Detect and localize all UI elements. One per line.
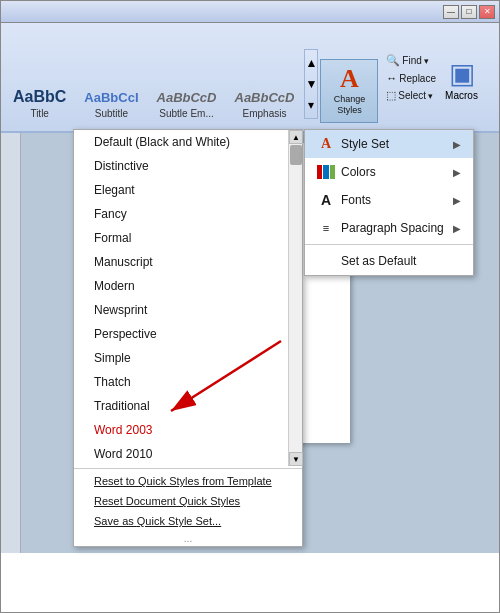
find-replace-group: 🔍 Find ▾ ↔ Replace ⬚ Select ▾: [383, 53, 439, 103]
colors-icon: [317, 163, 335, 181]
menu-item-manuscript[interactable]: Manuscript: [74, 250, 288, 274]
scroll-up-arrow[interactable]: ▲: [289, 130, 303, 144]
menu-item-thatch[interactable]: Thatch: [74, 370, 288, 394]
scroll-thumb[interactable]: [290, 145, 302, 165]
binoculars-icon: 🔍: [386, 54, 400, 67]
menu-dots: ...: [74, 531, 302, 546]
maximize-button[interactable]: □: [461, 5, 477, 19]
close-button[interactable]: ✕: [479, 5, 495, 19]
paragraph-icon: ≡: [317, 219, 335, 237]
change-styles-label: Change Styles: [334, 94, 366, 116]
change-styles-icon: A: [340, 66, 359, 92]
submenu-style-set-left: A Style Set: [317, 135, 389, 153]
menu-item-newsprint[interactable]: Newsprint: [74, 298, 288, 322]
scroll-up-icon: ▲: [306, 56, 318, 70]
style-subtle-label: Subtle Em...: [159, 108, 213, 119]
submenu-arrow-icon: ▶: [453, 139, 461, 150]
reset-quick-underline: Quick Styles from Template: [138, 475, 272, 487]
menu-item-elegant[interactable]: Elegant: [74, 178, 288, 202]
menu-item-modern[interactable]: Modern: [74, 274, 288, 298]
style-set-icon: A: [317, 135, 335, 153]
style-title-preview: AaBbC: [13, 87, 66, 106]
submenu-fonts-left: A Fonts: [317, 191, 371, 209]
menu-item-simple[interactable]: Simple: [74, 346, 288, 370]
menu-item-word2010[interactable]: Word 2010: [74, 442, 288, 466]
style-title[interactable]: AaBbC Title: [5, 83, 74, 123]
change-styles-button[interactable]: A Change Styles: [320, 59, 378, 123]
styles-group: AaBbC Title AaBbCcI Subtitle AaBbCcD Sub…: [5, 23, 318, 127]
menu-item-traditional[interactable]: Traditional: [74, 394, 288, 418]
style-emphasis-label: Emphasis: [243, 108, 287, 119]
menu-item-word2003[interactable]: Word 2003: [74, 418, 288, 442]
submenu-divider: [305, 244, 473, 245]
submenu-colors-arrow: ▶: [453, 167, 461, 178]
menu-item-fancy[interactable]: Fancy: [74, 202, 288, 226]
style-emphasis-preview: AaBbCcD: [235, 90, 295, 106]
style-subtle-preview: AaBbCcD: [157, 90, 217, 106]
replace-button[interactable]: ↔ Replace: [383, 71, 439, 85]
default-icon: [317, 252, 335, 270]
submenu-fonts[interactable]: A Fonts ▶: [305, 186, 473, 214]
style-title-label: Title: [30, 108, 49, 119]
style-subtitle-preview: AaBbCcI: [84, 90, 138, 106]
submenu-default-left: Set as Default: [317, 252, 416, 270]
replace-icon: ↔: [386, 72, 397, 84]
word-window: — □ ✕ AaBbC Title AaBbCcI Subtitle AaBbC…: [0, 0, 500, 613]
style-subtitle-label: Subtitle: [95, 108, 128, 119]
minimize-button[interactable]: —: [443, 5, 459, 19]
submenu-style-set[interactable]: A Style Set ▶: [305, 130, 473, 158]
save-as-underline: Quick Style Set...: [137, 515, 221, 527]
menu-item-default[interactable]: Default (Black and White): [74, 130, 288, 154]
fonts-icon: A: [317, 191, 335, 209]
submenu-para-arrow: ▶: [453, 223, 461, 234]
submenu-paragraph-spacing[interactable]: ≡ Paragraph Spacing ▶: [305, 214, 473, 242]
macros-label: Macros: [445, 90, 478, 101]
style-set-menu: ▲ ▼ Default (Black and White) Distinctiv…: [73, 129, 303, 547]
submenu-colors[interactable]: Colors ▶: [305, 158, 473, 186]
reset-doc-link[interactable]: Reset Document Quick Styles: [74, 491, 302, 511]
styles-scroll-arrows[interactable]: ▲ ▼ ▾: [304, 49, 318, 119]
macros-button[interactable]: ▣ Macros: [434, 53, 489, 105]
macros-icon: ▣: [449, 57, 475, 90]
find-button[interactable]: 🔍 Find ▾: [383, 53, 439, 68]
scroll-down-icon: ▼: [306, 77, 318, 91]
reset-doc-underline: Document Quick Styles: [126, 495, 240, 507]
style-emphasis[interactable]: AaBbCcD Emphasis: [227, 86, 303, 123]
titlebar: — □ ✕: [1, 1, 499, 23]
submenu-colors-left: Colors: [317, 163, 376, 181]
select-button[interactable]: ⬚ Select ▾: [383, 88, 439, 103]
save-as-link[interactable]: Save as Quick Style Set...: [74, 511, 302, 531]
menu-item-formal[interactable]: Formal: [74, 226, 288, 250]
vertical-ruler: [1, 133, 21, 553]
style-subtle-em[interactable]: AaBbCcD Subtle Em...: [149, 86, 225, 123]
style-subtitle[interactable]: AaBbCcI Subtitle: [76, 86, 146, 123]
submenu-fonts-arrow: ▶: [453, 195, 461, 206]
select-icon: ⬚: [386, 89, 396, 102]
submenu-para-left: ≡ Paragraph Spacing: [317, 219, 444, 237]
menu-item-perspective[interactable]: Perspective: [74, 322, 288, 346]
change-styles-submenu: A Style Set ▶ Colors ▶ A Fonts ▶: [304, 129, 474, 276]
scroll-down-arrow[interactable]: ▼: [289, 452, 303, 466]
menu-item-distinctive[interactable]: Distinctive: [74, 154, 288, 178]
submenu-set-default[interactable]: Set as Default: [305, 247, 473, 275]
expand-icon: ▾: [308, 98, 314, 112]
ribbon: AaBbC Title AaBbCcI Subtitle AaBbCcD Sub…: [1, 23, 499, 133]
menu-scrollbar[interactable]: ▲ ▼: [288, 130, 302, 466]
reset-quick-link[interactable]: Reset to Quick Styles from Template: [74, 471, 302, 491]
menu-divider: [74, 468, 302, 469]
